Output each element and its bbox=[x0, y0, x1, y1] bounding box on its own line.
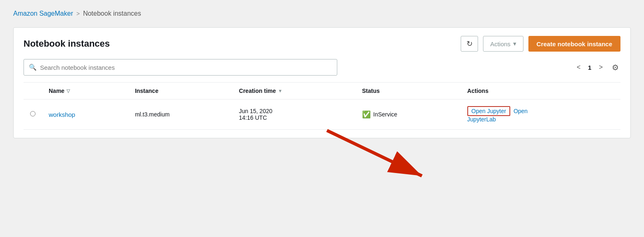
table-header-row: Name ▽ Instance Creation time ▼ bbox=[24, 83, 620, 100]
panel-title: Notebook instances bbox=[24, 38, 110, 49]
search-box: 🔍 bbox=[24, 59, 337, 76]
table-settings-button[interactable]: ⚙ bbox=[610, 61, 620, 74]
notebook-instances-panel: Notebook instances ↻ Actions ▾ Create no… bbox=[13, 27, 631, 138]
create-label: Create notebook instance bbox=[537, 40, 612, 47]
notebook-name-link[interactable]: workshop bbox=[49, 111, 75, 118]
col-instance: Instance bbox=[128, 83, 232, 100]
prev-page-button[interactable]: < bbox=[573, 62, 584, 73]
search-row: 🔍 < 1 > ⚙ bbox=[24, 59, 620, 76]
actions-label: Actions bbox=[490, 40, 510, 47]
breadcrumb-link-sagemaker[interactable]: Amazon SageMaker bbox=[13, 10, 73, 17]
row-radio[interactable] bbox=[30, 111, 36, 116]
row-actions-cell: Open Jupyter Open JupyterLab bbox=[461, 100, 620, 130]
col-creation-time: Creation time ▼ bbox=[232, 83, 355, 100]
breadcrumb-current: Notebook instances bbox=[83, 10, 141, 17]
row-name-cell: workshop bbox=[42, 100, 128, 130]
table-row: workshop ml.t3.medium Jun 15, 2020 14:16… bbox=[24, 100, 620, 130]
jupyterlab-link[interactable]: JupyterLab bbox=[467, 116, 496, 123]
actions-dropdown-icon: ▾ bbox=[513, 40, 516, 47]
status-text: InService bbox=[373, 111, 397, 118]
create-notebook-button[interactable]: Create notebook instance bbox=[528, 36, 620, 52]
page-number: 1 bbox=[588, 64, 591, 71]
next-page-button[interactable]: > bbox=[596, 62, 606, 73]
pagination-area: < 1 > ⚙ bbox=[573, 61, 620, 74]
open-link[interactable]: Open bbox=[514, 108, 528, 114]
col-status: Status bbox=[355, 83, 461, 100]
breadcrumb: Amazon SageMaker > Notebook instances bbox=[13, 10, 631, 17]
search-icon: 🔍 bbox=[29, 64, 37, 71]
settings-icon: ⚙ bbox=[612, 63, 619, 72]
refresh-icon: ↻ bbox=[466, 39, 473, 48]
col-name: Name ▽ bbox=[42, 83, 128, 100]
header-actions: ↻ Actions ▾ Create notebook instance bbox=[461, 36, 620, 52]
actions-dropdown-button[interactable]: Actions ▾ bbox=[483, 36, 523, 52]
notebook-instances-table: Name ▽ Instance Creation time ▼ bbox=[24, 82, 620, 130]
open-jupyter-link[interactable]: Open Jupyter bbox=[467, 106, 510, 116]
panel-header: Notebook instances ↻ Actions ▾ Create no… bbox=[24, 36, 620, 52]
name-sort-icon: ▽ bbox=[66, 88, 70, 94]
breadcrumb-separator: > bbox=[76, 10, 80, 17]
row-instance-cell: ml.t3.medium bbox=[128, 100, 232, 130]
row-creation-time-cell: Jun 15, 2020 14:16 UTC bbox=[232, 100, 355, 130]
col-select bbox=[24, 83, 42, 100]
col-actions: Actions bbox=[461, 83, 620, 100]
status-inservice-icon: ✅ bbox=[362, 110, 371, 119]
refresh-button[interactable]: ↻ bbox=[461, 36, 478, 52]
creation-sort-icon: ▼ bbox=[278, 88, 282, 93]
search-input[interactable] bbox=[40, 64, 332, 71]
row-status-cell: ✅ InService bbox=[355, 100, 461, 130]
row-select-cell bbox=[24, 100, 42, 130]
